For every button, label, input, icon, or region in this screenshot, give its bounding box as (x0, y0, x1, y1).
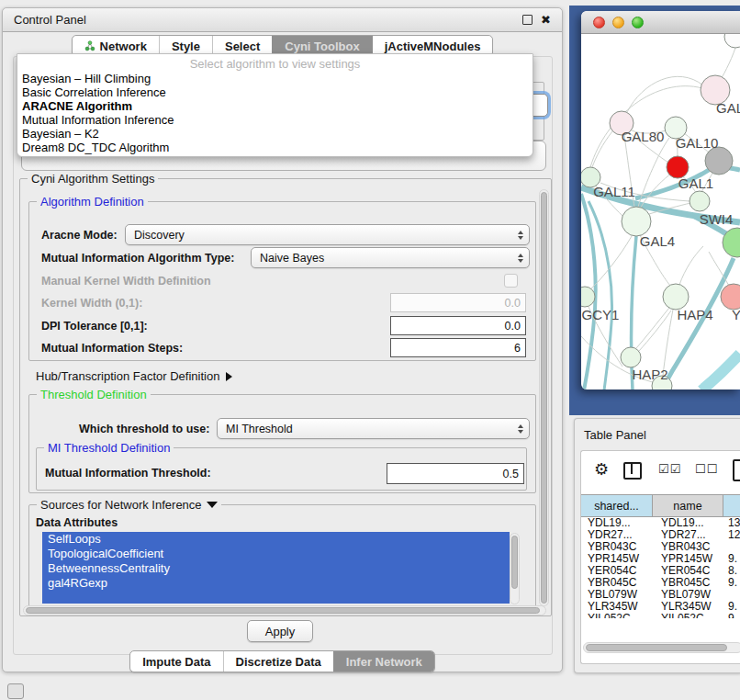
dropdown-item-bayesian-hill-climbing[interactable]: Bayesian – Hill Climbing (17, 72, 533, 85)
column-header-1[interactable]: shared... (581, 495, 653, 516)
table-toolbar: ⚙ ☑☑ ☐☐ (581, 451, 740, 491)
settings-vertical-scrollbar[interactable] (539, 189, 549, 606)
which-threshold-select[interactable]: MI Threshold (217, 418, 530, 439)
algorithm-definition-legend: Algorithm Definition (37, 195, 148, 209)
node-label-swi4: SWI4 (700, 211, 734, 227)
table-panel-body: ⚙ ☑☑ ☐☐ shared...name YDL19...YDL19...13… (580, 450, 740, 664)
combo-stepper-icon (518, 231, 523, 240)
mi-threshold-value: 0.5 (503, 468, 519, 480)
dropdown-item-aracne-algorithm[interactable]: ARACNE Algorithm (17, 99, 533, 113)
file-icon[interactable] (733, 459, 740, 481)
network-node[interactable] (724, 34, 740, 48)
network-window-titlebar[interactable] (581, 11, 740, 34)
kernel-width-field[interactable]: 0.0 (390, 293, 526, 312)
network-node-hap2[interactable] (621, 347, 641, 367)
combo-stepper-icon (518, 424, 523, 434)
table-horizontal-scrollbar[interactable] (583, 642, 740, 653)
dropdown-item-list: Bayesian – Hill ClimbingBasic Correlatio… (17, 72, 533, 154)
network-node-gcy1[interactable] (581, 287, 595, 307)
control-panel-titlebar: Control Panel ✖ (3, 8, 562, 32)
attribute-item-partial[interactable] (42, 591, 510, 604)
attribute-item-betweennesscentrality[interactable]: BetweennessCentrality (42, 561, 510, 576)
network-graph[interactable]: GALGAL80GAL10GAL1GAL11SWI4GAL4GCY1HAP4YH… (581, 34, 740, 390)
dpi-tolerance-label: DPI Tolerance [0,1]: (41, 320, 148, 333)
node-label-hap4: HAP4 (677, 307, 712, 322)
threshold-definition-legend: Threshold Definition (37, 388, 151, 401)
node-label-y: Y (732, 307, 740, 322)
which-threshold-value: MI Threshold (226, 423, 293, 435)
node-label-gal: GAL (716, 100, 740, 116)
dropdown-item-basic-correlation-inference[interactable]: Basic Correlation Inference (17, 85, 533, 99)
node-label-gal10: GAL10 (676, 135, 719, 151)
close-traffic-light-icon[interactable] (593, 17, 605, 28)
deselect-all-checkboxes-icon[interactable]: ☐☐ (695, 463, 718, 475)
tab-label: Impute Data (142, 655, 210, 669)
node-label-gal80: GAL80 (622, 129, 665, 144)
network-canvas[interactable]: GALGAL80GAL10GAL1GAL11SWI4GAL4GCY1HAP4YH… (581, 34, 740, 390)
network-node-hap4[interactable] (663, 284, 689, 310)
dropdown-item-dream8-dc-tdc-algorithm[interactable]: Dream8 DC_TDC Algorithm (17, 141, 533, 154)
tab-label: Discretize Data (236, 655, 321, 669)
select-all-checkboxes-icon[interactable]: ☑☑ (658, 463, 681, 475)
network-node-gal4[interactable] (622, 207, 651, 236)
settings-horizontal-scrollbar[interactable] (23, 605, 546, 615)
node-label-gcy1: GCY1 (582, 307, 620, 322)
column-header-2[interactable]: name (653, 495, 723, 516)
attribute-item-gal4rgexp[interactable]: gal4RGexp (42, 576, 510, 591)
tab-label: Cyni Toolbox (285, 40, 359, 53)
manual-kernel-width-label: Manual Kernel Width Definition (41, 275, 211, 288)
manual-kernel-width-checkbox[interactable] (504, 274, 518, 288)
split-columns-icon[interactable] (623, 462, 642, 480)
network-node-gal1[interactable] (690, 191, 710, 211)
apply-button[interactable]: Apply (247, 620, 313, 642)
tab-impute-data[interactable]: Impute Data (130, 651, 222, 672)
aracne-mode-select[interactable]: Discovery (125, 224, 530, 245)
table-row[interactable]: YIL052CYIL052C9 (581, 613, 740, 618)
tab-infer-network[interactable]: Infer Network (333, 651, 434, 672)
data-attributes-list[interactable]: SelfLoopsTopologicalCoefficientBetweenne… (42, 532, 510, 604)
table-cell: 9 (723, 613, 740, 618)
mi-threshold-field[interactable]: 0.5 (387, 463, 524, 484)
network-node-y[interactable] (721, 284, 740, 310)
column-header-3[interactable] (723, 495, 740, 516)
dpi-tolerance-field[interactable]: 0.0 (390, 316, 526, 335)
close-icon[interactable]: ✖ (541, 14, 551, 26)
zoom-traffic-light-icon[interactable] (632, 17, 644, 28)
attribute-list-scrollbar[interactable] (510, 533, 520, 604)
table-cell: YIL052C (581, 613, 653, 618)
table-cell: YIL052C (653, 613, 723, 618)
node-attribute-table: shared...name YDL19...YDL19...13YDR27...… (581, 494, 740, 618)
data-attributes-label: Data Attributes (36, 516, 118, 529)
hub-transcription-expander[interactable]: Hub/Transcription Factor Definition (36, 369, 232, 383)
table-panel: Table Panel ⚙ ☑☑ ☐☐ shared...name YDL19.… (574, 418, 740, 673)
node-label-gal4: GAL4 (640, 233, 675, 249)
mi-steps-field[interactable]: 6 (390, 338, 526, 357)
table-rows: YDL19...YDL19...13YDR27...YDR27...12YBR0… (581, 517, 740, 618)
minimize-traffic-light-icon[interactable] (612, 17, 624, 28)
algorithm-dropdown-popup: Select algorithm to view settings Bayesi… (17, 53, 533, 157)
dropdown-placeholder: Select algorithm to view settings (17, 54, 533, 72)
tab-label: Select (225, 40, 260, 53)
network-icon (84, 40, 95, 51)
table-header-row: shared...name (581, 494, 740, 517)
attribute-item-topologicalcoefficient[interactable]: TopologicalCoefficient (42, 547, 510, 561)
tab-label: Infer Network (346, 655, 422, 669)
float-window-icon[interactable] (522, 15, 533, 25)
expand-right-icon[interactable] (226, 372, 232, 381)
collapsed-panel-icon[interactable] (7, 683, 24, 699)
gear-icon[interactable]: ⚙ (594, 459, 609, 480)
tab-discretize-data[interactable]: Discretize Data (223, 651, 333, 672)
dropdown-item-mutual-information-inference[interactable]: Mutual Information Inference (17, 113, 533, 127)
hub-transcription-label: Hub/Transcription Factor Definition (36, 369, 219, 383)
mi-steps-label: Mutual Information Steps: (41, 342, 183, 355)
mi-algorithm-type-value: Naive Bayes (260, 252, 324, 265)
node-label-gal1: GAL1 (678, 175, 713, 191)
kernel-width-value: 0.0 (505, 297, 521, 310)
sources-legend: Sources for Network Inference (37, 498, 221, 512)
network-node[interactable] (705, 147, 733, 175)
network-window[interactable]: GALGAL80GAL10GAL1GAL11SWI4GAL4GCY1HAP4YH… (581, 11, 740, 390)
dropdown-item-bayesian-k2[interactable]: Bayesian – K2 (17, 127, 533, 141)
collapse-down-icon[interactable] (207, 502, 218, 508)
mi-algorithm-type-select[interactable]: Naive Bayes (251, 247, 530, 268)
attribute-item-selfloops[interactable]: SelfLoops (42, 532, 510, 547)
